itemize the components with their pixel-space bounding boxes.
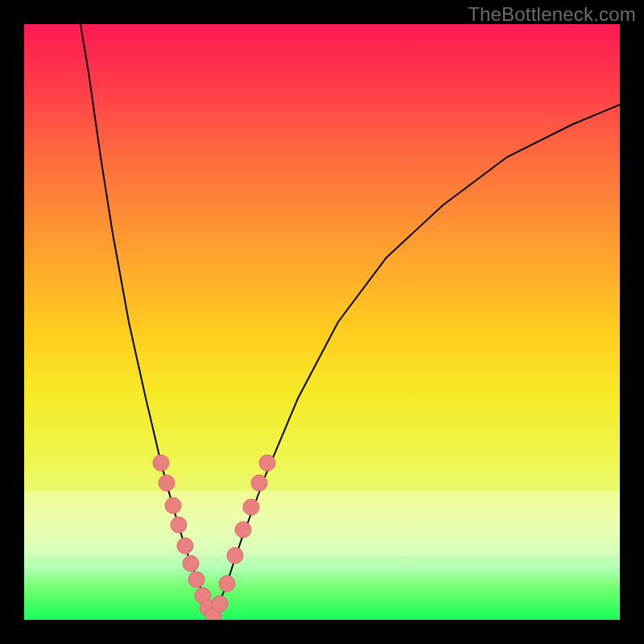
curve-marker bbox=[165, 497, 181, 514]
curve-marker bbox=[171, 517, 187, 533]
watermark-text: TheBottleneck.com bbox=[468, 3, 636, 26]
curve-marker bbox=[188, 572, 204, 588]
marker-layer bbox=[153, 455, 275, 620]
chart-frame bbox=[24, 24, 620, 620]
chart-svg bbox=[24, 24, 620, 620]
curve-marker bbox=[235, 522, 251, 538]
curve-right-branch bbox=[213, 105, 620, 617]
curve-marker bbox=[243, 499, 259, 515]
curve-marker bbox=[259, 455, 275, 471]
curve-marker bbox=[177, 538, 193, 554]
curve-left-branch bbox=[80, 24, 213, 617]
curve-marker bbox=[219, 576, 235, 592]
curve-marker bbox=[212, 596, 228, 612]
curve-marker bbox=[251, 475, 267, 491]
curve-marker bbox=[183, 555, 199, 572]
curve-marker bbox=[159, 475, 175, 491]
curve-marker bbox=[153, 455, 169, 471]
curve-marker bbox=[227, 547, 243, 564]
